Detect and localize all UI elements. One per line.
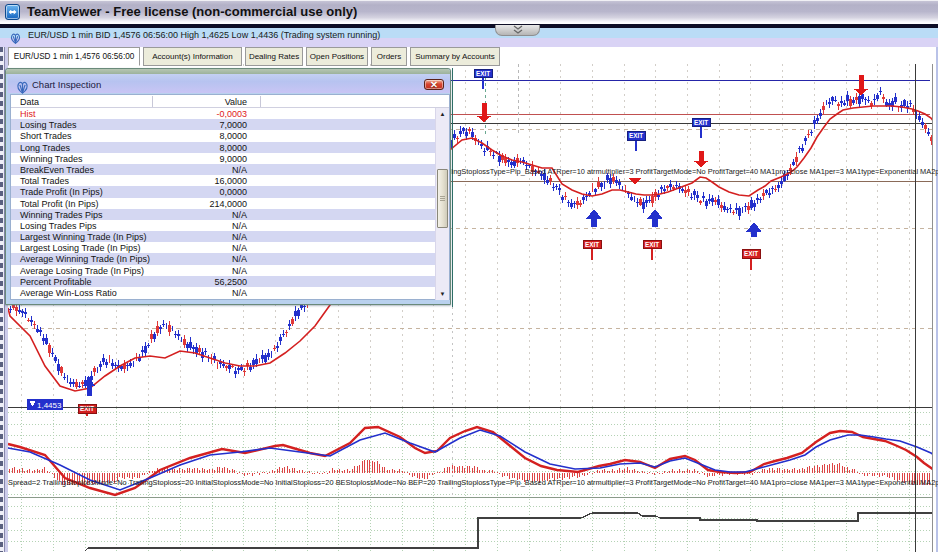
svg-text:EXIT: EXIT <box>476 70 490 77</box>
svg-text:EXIT: EXIT <box>694 119 708 126</box>
svg-text:EXIT: EXIT <box>744 250 758 257</box>
svg-text:Spread=2 TrailingStoplossMode=: Spread=2 TrailingStoplossMode=No Trailin… <box>8 478 938 487</box>
svg-text:EXIT: EXIT <box>645 241 659 248</box>
svg-text:EXIT: EXIT <box>80 405 94 412</box>
svg-text:EXIT: EXIT <box>585 241 599 248</box>
svg-text:1,4453: 1,4453 <box>37 401 62 410</box>
svg-text:EXIT: EXIT <box>629 132 643 139</box>
